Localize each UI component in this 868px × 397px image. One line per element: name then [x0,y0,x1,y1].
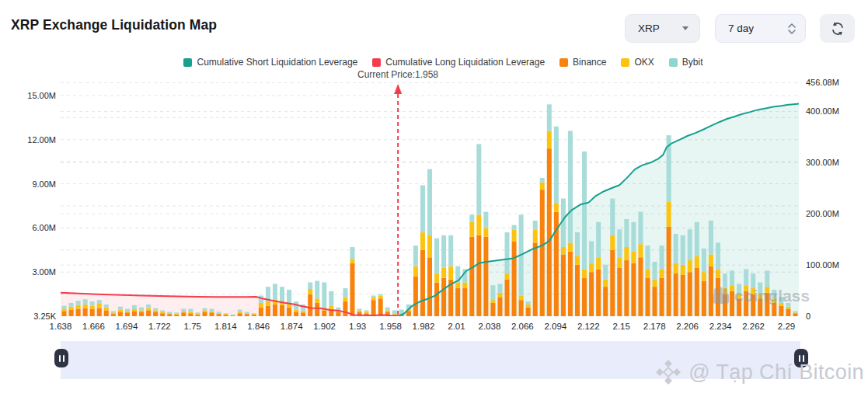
x-axis-tick: 1.694 [116,322,138,331]
x-axis-tick: 1.958 [379,322,402,331]
x-axis-tick: 2.038 [479,322,501,331]
x-axis-tick: 1.666 [82,322,105,331]
scrollbar-left-handle pause-icon[interactable] [54,349,68,367]
x-axis-tick: 2.094 [544,322,566,331]
scrollbar-right-handle pause-icon[interactable] [794,349,808,367]
x-axis-tick: 1.638 [50,322,72,331]
x-axis-tick: 2.262 [742,322,765,331]
x-axis-tick: 2.234 [709,322,732,331]
x-axis-tick: 2.122 [577,322,600,331]
x-axis-tick: 1.874 [281,322,303,331]
x-axis-tick: 1.902 [313,322,336,331]
x-axis-tick: 1.75 [184,322,201,331]
x-axis-tick: 1.982 [413,322,435,331]
liquidation-map-page: XRP Exchange Liquidation Map XRP 7 day C… [0,0,868,397]
x-axis-tick: 2.29 [778,322,795,331]
chart-zoom-scrollbar[interactable] [61,341,800,379]
x-axis-tick: 1.814 [214,322,237,331]
x-axis-tick: 2.15 [613,322,630,331]
x-axis-tick: 2.066 [511,322,534,331]
x-axis-tick: 2.206 [676,322,699,331]
x-axis-tick: 1.722 [148,322,171,331]
x-axis-tick: 1.93 [349,322,366,331]
x-axis-tick: 2.178 [643,322,666,331]
x-axis-tick: 1.846 [247,322,270,331]
liquidation-chart-plot[interactable] [61,82,799,316]
x-axis-tick: 2.01 [448,322,465,331]
